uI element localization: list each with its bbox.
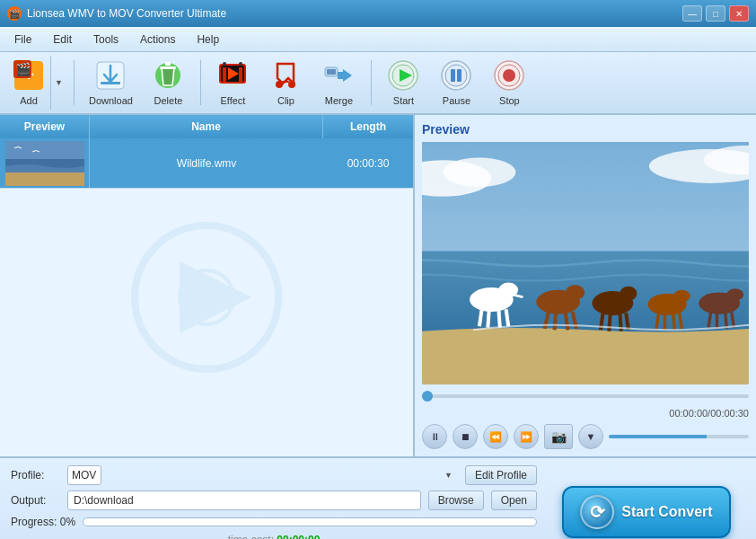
download-icon <box>94 59 127 92</box>
toolbar-separator-2 <box>200 60 201 105</box>
menu-actions[interactable]: Actions <box>129 30 186 49</box>
toolbar: + 🎬 Add ▼ Download <box>0 52 756 115</box>
output-label: Output: <box>11 494 60 507</box>
add-group: + 🎬 Add ▼ <box>7 56 66 110</box>
volume-slider[interactable] <box>609 435 749 438</box>
merge-button[interactable]: Merge <box>314 56 364 110</box>
file-list-body: Wildlife.wmv 00:00:30 <box>0 138 413 456</box>
svg-line-54 <box>555 313 556 330</box>
preview-title: Preview <box>422 122 749 137</box>
seek-thumb[interactable] <box>422 391 433 402</box>
start-convert-label: Start Convert <box>621 504 712 520</box>
open-button[interactable]: Open <box>491 490 537 510</box>
file-name: Wildlife.wmv <box>90 150 323 177</box>
menu-tools[interactable]: Tools <box>83 30 129 49</box>
app-icon: 🎬 <box>7 6 22 21</box>
file-length: 00:00:30 <box>323 150 413 177</box>
svg-line-73 <box>725 313 726 329</box>
start-button[interactable]: Start <box>379 56 428 110</box>
title-bar: 🎬 Lionsea WMV to MOV Converter Ultimate … <box>0 0 756 27</box>
bottom-panel: Profile: MOV Edit Profile Output: Browse… <box>0 456 756 539</box>
svg-line-49 <box>506 309 509 326</box>
progress-value: 0% <box>60 516 75 528</box>
effect-icon <box>216 59 249 92</box>
close-button[interactable]: ✕ <box>729 5 749 22</box>
svg-point-31 <box>503 69 515 82</box>
toolbar-separator-3 <box>371 60 372 105</box>
maximize-button[interactable]: □ <box>706 5 725 22</box>
svg-line-48 <box>498 311 499 328</box>
progress-bar <box>83 517 537 526</box>
col-name: Name <box>90 115 323 138</box>
convert-icon: ⟳ <box>580 495 614 529</box>
svg-line-60 <box>609 314 610 331</box>
add-dropdown-button[interactable]: ▼ <box>50 56 66 110</box>
preview-stop-button[interactable]: ⏹ <box>453 424 478 449</box>
window-controls: — □ ✕ <box>682 5 749 22</box>
minimize-button[interactable]: — <box>682 5 702 22</box>
file-row[interactable]: Wildlife.wmv 00:00:30 <box>0 138 413 189</box>
svg-point-26 <box>445 65 467 86</box>
start-convert-button[interactable]: ⟳ Start Convert <box>562 486 730 538</box>
file-panel: Preview Name Length <box>0 115 415 456</box>
download-button[interactable]: Download <box>82 56 140 110</box>
svg-line-67 <box>673 314 674 331</box>
svg-rect-27 <box>451 69 455 82</box>
browse-button[interactable]: Browse <box>428 490 484 510</box>
profile-select[interactable]: MOV <box>67 465 101 485</box>
svg-rect-5 <box>101 82 120 84</box>
preview-seekbar[interactable] <box>422 390 749 402</box>
output-input[interactable] <box>67 490 421 510</box>
title-left: 🎬 Lionsea WMV to MOV Converter Ultimate <box>7 6 226 21</box>
svg-rect-28 <box>457 69 462 82</box>
svg-point-18 <box>288 81 295 88</box>
stop-button[interactable]: Stop <box>485 56 534 110</box>
clip-button[interactable]: Clip <box>261 56 311 110</box>
seek-track[interactable] <box>422 394 749 398</box>
stop-icon <box>493 59 525 92</box>
svg-rect-8 <box>165 62 171 66</box>
menu-help[interactable]: Help <box>186 30 230 49</box>
window-title: Lionsea WMV to MOV Converter Ultimate <box>27 7 226 20</box>
time-cost-row: time cost: 00:00:00 <box>11 534 537 539</box>
svg-point-15 <box>239 62 242 66</box>
svg-rect-37 <box>5 172 84 186</box>
delete-button[interactable]: Delete <box>144 56 193 110</box>
menu-file[interactable]: File <box>4 30 42 49</box>
clip-icon <box>269 59 302 92</box>
merge-label: Merge <box>325 95 353 106</box>
profile-label: Profile: <box>11 469 60 482</box>
start-icon <box>387 59 419 92</box>
main-content: Preview Name Length <box>0 115 756 456</box>
svg-point-64 <box>673 290 690 303</box>
pause-button[interactable]: Pause <box>432 56 481 110</box>
svg-point-17 <box>276 81 283 88</box>
pause-label: Pause <box>443 95 470 106</box>
svg-text:🎬: 🎬 <box>15 62 31 77</box>
add-button[interactable]: + 🎬 Add <box>7 56 50 110</box>
preview-forward-button[interactable]: ⏩ <box>514 424 539 449</box>
effect-button[interactable]: Effect <box>208 56 258 110</box>
menu-edit[interactable]: Edit <box>42 30 83 49</box>
toolbar-separator-1 <box>74 60 75 105</box>
delete-icon <box>152 59 184 92</box>
menu-bar: File Edit Tools Actions Help <box>0 27 756 52</box>
svg-point-40 <box>443 158 515 187</box>
delete-label: Delete <box>154 95 183 106</box>
volume-dropdown-button[interactable]: ▼ <box>578 424 603 449</box>
col-preview: Preview <box>0 115 90 138</box>
bottom-right: ⟳ Start Convert <box>548 465 745 539</box>
snapshot-button[interactable]: 📷 <box>544 424 573 449</box>
file-list-header: Preview Name Length <box>0 115 413 138</box>
preview-rewind-button[interactable]: ⏪ <box>483 424 508 449</box>
svg-rect-7 <box>160 66 176 69</box>
bottom-left: Profile: MOV Edit Profile Output: Browse… <box>11 465 537 539</box>
edit-profile-button[interactable]: Edit Profile <box>465 465 537 485</box>
time-cost-value: 00:00:00 <box>277 534 320 539</box>
profile-select-wrap: MOV <box>67 465 458 485</box>
file-preview-thumb <box>0 138 90 188</box>
svg-rect-13 <box>239 67 242 82</box>
svg-rect-12 <box>223 67 226 82</box>
start-label: Start <box>393 95 414 106</box>
preview-play-button[interactable]: ⏸ <box>422 424 447 449</box>
